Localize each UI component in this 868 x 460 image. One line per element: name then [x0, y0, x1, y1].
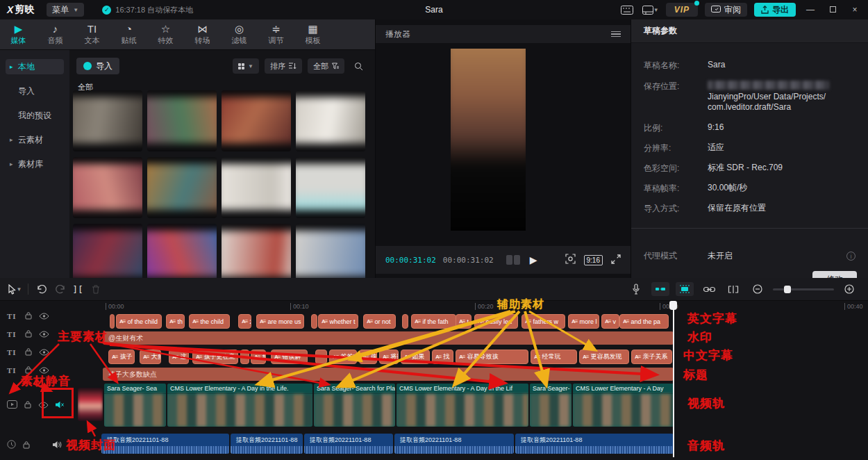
subtitle-clip-en[interactable]: t [456, 314, 471, 329]
export-button[interactable]: 导出 [754, 3, 796, 17]
toolbar-tab[interactable]: ⋈ 转场 [184, 23, 221, 46]
title-clip[interactable]: 孩子大多数缺点 [103, 368, 674, 381]
sidebar-item[interactable]: ▸ 素材库 [6, 156, 64, 172]
watermark-clip[interactable]: @生财有术 [103, 331, 674, 345]
media-thumbnail[interactable] [222, 157, 291, 218]
minimize-button[interactable]: — [803, 5, 818, 15]
media-thumbnail[interactable] [73, 90, 142, 151]
zoom-out-icon[interactable] [749, 281, 767, 297]
import-button[interactable]: 导入 [76, 58, 119, 74]
playhead[interactable] [673, 302, 674, 457]
vip-button[interactable]: VIP [666, 3, 698, 17]
lock-icon[interactable] [24, 399, 32, 411]
subtitle-clip-zh[interactable]: 大多 [140, 350, 161, 364]
subtitle-clip-zh[interactable]: 这 [169, 350, 189, 364]
search-icon[interactable] [350, 60, 367, 72]
layout-panels-icon[interactable]: ▼ [642, 3, 659, 16]
review-button[interactable]: 审阅 [705, 3, 747, 17]
toolbar-tab[interactable]: ☆ 特效 [147, 23, 184, 46]
subtitle-clip-zh[interactable]: 错误解 [271, 350, 308, 364]
video-clip[interactable]: CMS Lower Elementary - A Day in the Life… [167, 384, 312, 427]
subtitle-clip-zh[interactable]: 放 [251, 350, 266, 364]
subtitle-clip-en[interactable]: if the fath [411, 314, 456, 329]
subtitle-clip-en[interactable]: easily lea [474, 314, 518, 329]
media-thumbnail[interactable] [222, 224, 291, 278]
lock-icon[interactable] [22, 439, 31, 452]
eye-icon[interactable] [39, 328, 49, 340]
play-button[interactable]: ▶ [530, 254, 537, 265]
subtitle-clip-en[interactable] [110, 314, 115, 329]
split-tool[interactable]: ][ [69, 281, 87, 297]
record-voiceover-icon[interactable] [627, 281, 645, 297]
delete-button[interactable] [87, 281, 105, 297]
audio-clip[interactable]: 提取音频20221101-88 [515, 434, 674, 454]
subtitle-clip-en[interactable] [311, 314, 317, 329]
subtitle-clip-en[interactable]: of the child [116, 314, 162, 329]
toolbar-tab[interactable]: ≑ 调节 [258, 23, 294, 46]
player-menu-icon[interactable] [611, 31, 621, 38]
slider-knob[interactable] [784, 286, 791, 293]
fit-zoom-icon[interactable] [565, 254, 576, 266]
sidebar-item[interactable]: 我的预设 [6, 108, 64, 123]
menu-button[interactable]: 菜单 ▼ [47, 3, 84, 17]
media-thumbnail[interactable] [73, 157, 142, 218]
media-thumbnail[interactable] [296, 157, 365, 218]
subtitle-clip-zh[interactable]: 爸爸对 [329, 350, 357, 364]
linked-preview-icon[interactable] [676, 282, 694, 296]
video-clip[interactable]: Sara Seager- Sea [104, 384, 166, 427]
subtitle-clip-zh[interactable]: 找 [432, 350, 453, 364]
filter-button[interactable]: 全部 [308, 58, 344, 74]
subtitle-clip-en[interactable]: th [166, 314, 185, 329]
subtitle-clip-en[interactable]: v [601, 314, 619, 329]
video-clip[interactable]: Sara Seager- [530, 384, 571, 427]
sidebar-item[interactable]: 导入 [6, 83, 64, 99]
zoom-in-icon[interactable] [840, 281, 858, 297]
fullscreen-icon[interactable] [611, 254, 621, 266]
link-clips-icon[interactable] [700, 281, 718, 297]
subtitle-clip-zh[interactable] [315, 350, 327, 364]
frame-preview-icon[interactable] [506, 255, 520, 265]
subtitle-clip-zh[interactable]: 孩 [359, 350, 377, 364]
audio-clip[interactable]: 提取音频20221101-88 [394, 434, 514, 454]
subtitle-clip-en[interactable] [402, 314, 408, 329]
audio-clip[interactable]: 提取音频20221101-88 [231, 434, 303, 454]
timeline-zoom-slider[interactable] [773, 288, 834, 290]
subtitle-clip-en[interactable]: the child [189, 314, 230, 329]
select-tool[interactable]: ▼ [6, 281, 24, 297]
media-thumbnail[interactable] [222, 90, 291, 151]
subtitle-clip-en[interactable]: 2 [238, 314, 251, 329]
media-thumbnail[interactable] [296, 224, 365, 278]
video-clip[interactable]: Sara Seager- Search for Pla [314, 384, 395, 427]
aspect-ratio-button[interactable]: 9:16 [584, 255, 603, 265]
media-thumbnail[interactable] [147, 224, 217, 278]
eye-icon[interactable] [39, 346, 49, 359]
close-button[interactable]: × [847, 5, 862, 15]
subtitle-clip-zh[interactable]: 更容易发现 [579, 350, 629, 364]
subtitle-clip-en[interactable]: and the pa [619, 314, 669, 329]
toolbar-tab[interactable]: ▶ 媒体 [0, 23, 37, 46]
lock-icon[interactable] [24, 346, 33, 359]
subtitle-clip-en[interactable]: whether t [318, 314, 358, 329]
view-mode-selector[interactable]: ▼ [233, 58, 259, 74]
subtitle-clip-en[interactable]: more l [568, 314, 599, 329]
video-clip[interactable]: CMS Lower Elementary - A Day in the Lif [397, 384, 528, 427]
video-cover-thumbnail[interactable] [78, 388, 103, 421]
audio-clip[interactable]: 提取音频20221101-88 [101, 434, 229, 454]
maximize-button[interactable] [825, 5, 840, 15]
audio-clip[interactable]: 提取音频20221101-88 [304, 434, 393, 454]
info-icon[interactable]: i [846, 252, 856, 261]
subtitle-clip-en[interactable]: or not [363, 314, 396, 329]
undo-button[interactable] [33, 281, 51, 297]
media-thumbnail[interactable] [147, 157, 217, 218]
subtitle-clip-zh[interactable] [240, 350, 249, 364]
sidebar-item[interactable]: ▸ 本地 [6, 59, 64, 74]
shortcut-keyboard-icon[interactable] [619, 3, 635, 16]
toolbar-tab[interactable]: ♪ 音频 [37, 23, 74, 46]
subtitle-clip-zh[interactable]: 容易导致孩 [456, 350, 528, 364]
toolbar-tab[interactable]: ◔ 贴纸 [110, 23, 147, 46]
subtitle-clip-zh[interactable]: 亲子关系 [631, 350, 672, 364]
subtitle-clip-zh[interactable]: 孩子 [108, 350, 135, 364]
video-clip[interactable]: CMS Lower Elementary - A Day [573, 384, 674, 427]
subtitle-clip-en[interactable]: fathers w [521, 314, 565, 329]
toolbar-tab[interactable]: TI 文本 [74, 23, 110, 46]
